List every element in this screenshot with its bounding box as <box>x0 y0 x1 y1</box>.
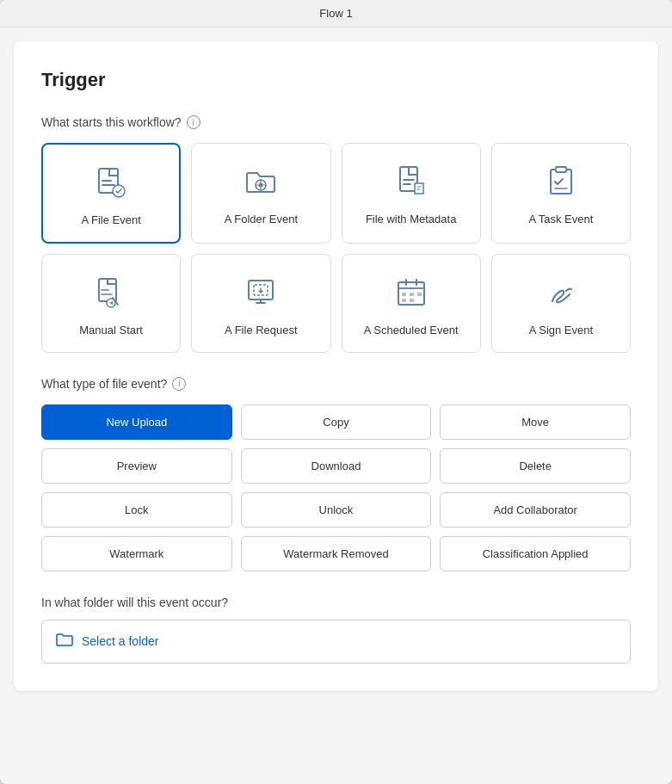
svg-rect-14 <box>417 293 422 296</box>
watermark-removed-button[interactable]: Watermark Removed <box>241 536 432 571</box>
sign-event-icon <box>540 272 582 313</box>
workflow-info-icon[interactable]: i <box>187 115 200 129</box>
trigger-card-file-event[interactable]: A File Event <box>41 143 181 244</box>
classification-applied-button[interactable]: Classification Applied <box>440 536 631 571</box>
download-button[interactable]: Download <box>241 448 432 484</box>
move-button[interactable]: Move <box>440 404 631 440</box>
window-title: Flow 1 <box>319 7 352 20</box>
trigger-card-task-event[interactable]: A Task Event <box>491 143 631 244</box>
file-metadata-icon <box>391 161 432 202</box>
file-event-icon <box>90 162 132 203</box>
file-event-info-icon[interactable]: i <box>172 377 186 391</box>
folder-placeholder: Select a folder <box>82 634 159 648</box>
workflow-section-label: What starts this workflow? i <box>41 115 631 129</box>
title-bar: Flow 1 <box>0 0 672 28</box>
unlock-button[interactable]: Unlock <box>241 492 432 528</box>
watermark-button[interactable]: Watermark <box>41 536 232 571</box>
trigger-card-manual-start[interactable]: Manual Start <box>41 254 181 353</box>
manual-start-icon <box>90 272 132 313</box>
svg-rect-15 <box>402 299 406 302</box>
file-event-label: A File Event <box>81 213 140 228</box>
trigger-card-folder-event[interactable]: A Folder Event <box>191 143 330 244</box>
sign-event-label: A Sign Event <box>529 324 593 338</box>
app-window: Flow 1 Trigger What starts this workflow… <box>0 0 672 784</box>
folder-selector[interactable]: Select a folder <box>41 620 631 664</box>
main-content: Trigger What starts this workflow? i A F… <box>14 41 658 691</box>
page-title: Trigger <box>41 69 631 91</box>
trigger-card-file-metadata[interactable]: File with Metadata <box>342 143 481 244</box>
file-event-buttons-grid: New Upload Copy Move Preview Download De… <box>41 404 631 571</box>
folder-section: In what folder will this event occur? Se… <box>41 596 631 664</box>
add-collaborator-button[interactable]: Add Collaborator <box>440 492 631 528</box>
trigger-grid: A File Event A Folder Event <box>41 143 631 353</box>
file-metadata-label: File with Metadata <box>366 213 457 227</box>
lock-button[interactable]: Lock <box>41 492 232 528</box>
folder-icon <box>56 633 73 651</box>
delete-button[interactable]: Delete <box>440 448 631 484</box>
trigger-card-file-request[interactable]: A File Request <box>191 254 330 353</box>
copy-button[interactable]: Copy <box>241 404 432 440</box>
folder-section-label: In what folder will this event occur? <box>41 596 631 609</box>
new-upload-button[interactable]: New Upload <box>41 404 232 440</box>
task-event-icon <box>540 161 582 202</box>
folder-event-label: A Folder Event <box>225 213 298 227</box>
scheduled-event-label: A Scheduled Event <box>364 324 459 338</box>
trigger-card-scheduled-event[interactable]: A Scheduled Event <box>342 254 481 353</box>
svg-rect-6 <box>556 167 566 172</box>
task-event-label: A Task Event <box>528 213 593 227</box>
svg-rect-13 <box>410 293 414 296</box>
preview-button[interactable]: Preview <box>41 448 232 484</box>
folder-event-icon <box>240 161 281 202</box>
scheduled-event-icon <box>391 272 432 313</box>
svg-rect-12 <box>402 293 406 296</box>
file-request-label: A File Request <box>225 324 298 338</box>
svg-rect-16 <box>410 299 414 302</box>
file-event-section-label: What type of file event? i <box>41 377 631 391</box>
file-request-icon <box>240 272 281 313</box>
svg-point-3 <box>259 183 263 188</box>
manual-start-label: Manual Start <box>79 324 143 338</box>
trigger-card-sign-event[interactable]: A Sign Event <box>491 254 631 353</box>
